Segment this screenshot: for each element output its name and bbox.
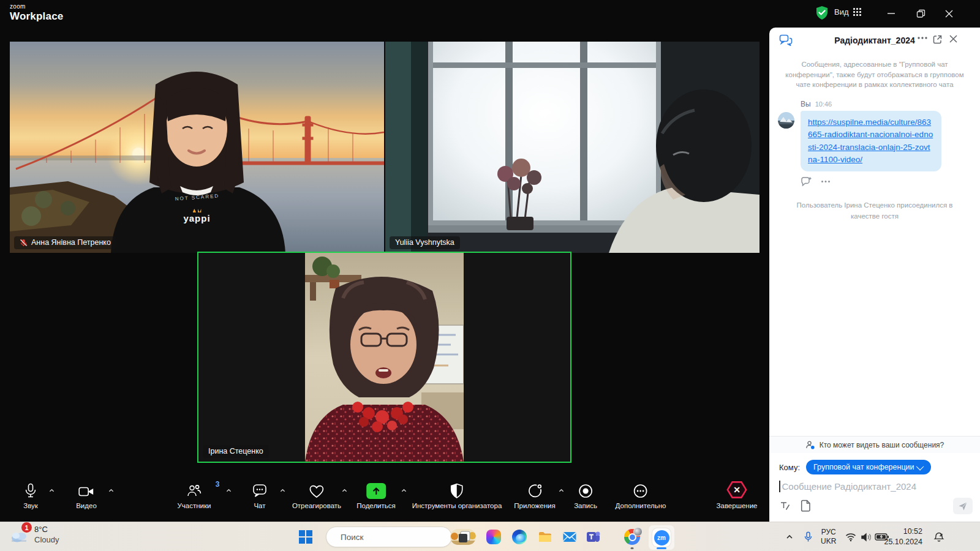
- message-bubble: https://suspilne.media/culture/863665-ra…: [801, 111, 941, 171]
- message-more-icon[interactable]: [821, 180, 831, 183]
- more-dots-icon: [633, 483, 649, 499]
- send-button[interactable]: [953, 498, 973, 514]
- language-indicator[interactable]: РУС UKR: [821, 522, 836, 551]
- zoom-titlebar: zoom Workplace Вид: [0, 0, 980, 28]
- participants-options-chevron[interactable]: [226, 488, 232, 493]
- attach-file-icon[interactable]: [801, 500, 811, 512]
- mic-muted-icon: [20, 239, 28, 247]
- end-hexagon-icon: ✕: [726, 481, 747, 499]
- recipient-selector[interactable]: Групповой чат конференции: [806, 460, 931, 474]
- start-button[interactable]: [296, 528, 315, 546]
- restore-button[interactable]: [911, 6, 930, 21]
- record-label: Запись: [574, 502, 597, 509]
- reply-icon[interactable]: [801, 176, 812, 187]
- nametag-anna: Анна Янівна Петренко: [14, 236, 116, 249]
- chat-close-icon[interactable]: [949, 34, 958, 43]
- audio-button[interactable]: Звук: [23, 481, 38, 509]
- visibility-hint-row[interactable]: Кто может видеть ваши сообщения?: [769, 436, 980, 453]
- message-input[interactable]: [781, 481, 971, 492]
- avatar[interactable]: [778, 112, 794, 129]
- view-menu[interactable]: Вид: [834, 7, 861, 17]
- participant-name: Yuliia Vyshnytska: [395, 238, 454, 247]
- share-screen-button[interactable]: Поделиться: [356, 481, 396, 509]
- visibility-hint-text: Кто может видеть ваши сообщения?: [820, 441, 944, 449]
- tray-mic-icon[interactable]: [804, 522, 813, 551]
- chat-info-notice: Сообщения, адресованные в "Групповой чат…: [785, 59, 964, 90]
- chat-icon: [252, 483, 268, 499]
- recipient-row: Кому: Групповой чат конференции: [769, 453, 980, 476]
- chevron-down-icon: [916, 462, 924, 470]
- more-button[interactable]: Дополнительно: [616, 481, 666, 509]
- message-meta: Вы 10:46: [801, 100, 980, 108]
- share-options-chevron[interactable]: [401, 488, 407, 493]
- windows-taskbar: 1 8°C Cloudy: [0, 522, 980, 551]
- chat-more-options-icon[interactable]: [917, 36, 928, 40]
- lang-secondary: UKR: [821, 537, 836, 546]
- clock[interactable]: 10:52 25.10.2024: [887, 522, 922, 551]
- chat-header: Радіодиктант_2024: [769, 28, 980, 53]
- notification-bell-icon[interactable]: [933, 522, 944, 551]
- apps-button[interactable]: Приложения: [514, 481, 555, 509]
- participants-button[interactable]: 3 Участники: [178, 481, 211, 509]
- close-window-button[interactable]: [940, 6, 958, 21]
- weather-widget[interactable]: 1 8°C Cloudy: [9, 525, 59, 545]
- security-shield-icon[interactable]: [815, 6, 829, 20]
- zoom-app-icon: zm: [652, 528, 671, 547]
- weather-desc: Cloudy: [34, 535, 59, 545]
- video-options-chevron[interactable]: [108, 488, 114, 493]
- tray-chevron-up[interactable]: [785, 522, 794, 551]
- record-button[interactable]: Запись: [574, 481, 597, 509]
- wifi-icon[interactable]: [845, 522, 856, 551]
- to-label: Кому:: [779, 463, 800, 472]
- minimize-button[interactable]: [882, 6, 900, 21]
- message-link[interactable]: https://suspilne.media/culture/863665-ra…: [808, 118, 933, 164]
- chat-button[interactable]: Чат: [252, 481, 268, 509]
- react-label: Отреагировать: [292, 502, 341, 509]
- participant-name: Анна Янівна Петренко: [31, 238, 111, 247]
- edge-icon[interactable]: [510, 528, 529, 546]
- copilot-icon[interactable]: [484, 528, 503, 546]
- teams-icon[interactable]: [584, 528, 603, 546]
- search-input[interactable]: [339, 532, 450, 542]
- apps-label: Приложения: [514, 502, 555, 509]
- nametag-iryna: Ірина Стеценко: [203, 445, 269, 458]
- host-tools-button[interactable]: Инструменты организатора: [412, 481, 502, 509]
- apps-options-chevron[interactable]: [559, 488, 564, 493]
- chat-label: Чат: [252, 502, 268, 509]
- zoom-app-glyph: zm: [654, 530, 669, 545]
- nametag-yuliia: Yuliia Vyshnytska: [390, 236, 460, 249]
- sender-label: Вы: [801, 100, 811, 108]
- portrait-video-strip: [305, 253, 464, 462]
- chat-footer: Кто может видеть ваши сообщения? Кому: Г…: [769, 436, 980, 522]
- meeting-toolbar: Звук Видео 3 Участники Чат Отреагировать: [0, 477, 767, 522]
- view-grid-icon: [853, 8, 861, 16]
- audio-options-chevron[interactable]: [49, 488, 55, 493]
- task-view-icon[interactable]: [455, 528, 473, 546]
- video-label: Видео: [76, 502, 97, 509]
- lang-primary: РУС: [821, 528, 836, 537]
- file-explorer-icon[interactable]: [536, 528, 554, 546]
- chrome-icon[interactable]: [623, 528, 641, 546]
- clock-date: 25.10.2024: [884, 537, 922, 547]
- pop-out-icon[interactable]: [932, 34, 943, 45]
- react-button[interactable]: Отреагировать: [292, 481, 341, 509]
- format-text-icon[interactable]: [779, 500, 791, 512]
- video-tile-anna[interactable]: NOT SCARED yappi Анна Янівна Петренко: [10, 42, 384, 253]
- video-tile-yuliia[interactable]: Yuliia Vyshnytska: [385, 42, 760, 253]
- view-label: Вид: [834, 7, 849, 17]
- chat-options-chevron[interactable]: [280, 488, 285, 493]
- mail-icon[interactable]: [560, 528, 579, 546]
- share-icon: [366, 483, 386, 499]
- audio-label: Звук: [23, 502, 38, 509]
- video-button[interactable]: Видео: [76, 481, 97, 509]
- video-tile-iryna-active-speaker[interactable]: Ірина Стеценко: [197, 252, 571, 463]
- zoom-app-taskbar-active[interactable]: zm: [649, 525, 674, 550]
- react-options-chevron[interactable]: [342, 488, 347, 493]
- end-meeting-button[interactable]: ✕ Завершение: [717, 481, 758, 509]
- host-tools-shield-icon: [450, 483, 464, 499]
- system-message: Пользователь Ірина Стеценко присоединилс…: [786, 200, 963, 222]
- end-label: Завершение: [717, 502, 758, 509]
- chat-panel: Радіодиктант_2024 Сообщения, адресованны…: [769, 28, 980, 522]
- taskbar-search[interactable]: [326, 527, 452, 547]
- volume-icon[interactable]: [861, 522, 872, 551]
